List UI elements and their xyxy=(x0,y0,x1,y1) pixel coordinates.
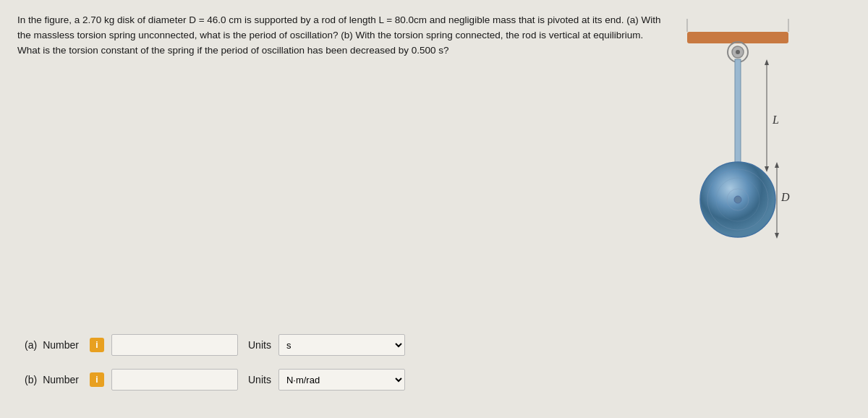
part-a-info-badge[interactable]: i xyxy=(90,338,104,352)
problem-text: In the figure, a 2.70 kg disk of diamete… xyxy=(17,13,668,59)
part-a-units-label: Units xyxy=(248,339,271,351)
svg-marker-19 xyxy=(775,233,779,239)
part-b-letter: (b) xyxy=(25,374,37,385)
svg-text:L: L xyxy=(772,114,779,126)
main-content: In the figure, a 2.70 kg disk of diamete… xyxy=(0,0,868,418)
svg-rect-6 xyxy=(735,59,741,175)
part-a-row: (a) Number i Units s Hz rad/s xyxy=(25,334,851,356)
part-b-row: (b) Number i Units N·m/rad N·m kg·m² xyxy=(25,369,851,391)
part-b-units-dropdown[interactable]: N·m/rad N·m kg·m² xyxy=(278,369,405,391)
part-a-label: (a) Number xyxy=(25,339,82,351)
part-a-number-input[interactable] xyxy=(111,334,238,356)
svg-point-11 xyxy=(734,196,741,203)
part-b-units-label: Units xyxy=(248,374,271,385)
svg-marker-14 xyxy=(765,59,769,65)
part-a-units-dropdown[interactable]: s Hz rad/s xyxy=(278,334,405,356)
part-b-info-badge[interactable]: i xyxy=(90,372,104,387)
part-b-number-input[interactable] xyxy=(111,369,238,391)
part-a-number-label: Number xyxy=(43,339,79,351)
part-b-number-label: Number xyxy=(43,374,79,385)
svg-marker-18 xyxy=(775,162,779,168)
svg-marker-15 xyxy=(765,166,769,172)
svg-text:D: D xyxy=(780,191,790,203)
part-b-label: (b) Number xyxy=(25,374,82,385)
inputs-area: (a) Number i Units s Hz rad/s (b) Number… xyxy=(25,327,851,405)
svg-point-5 xyxy=(736,50,740,54)
diagram-area: L D xyxy=(665,12,825,257)
part-a-letter: (a) xyxy=(25,339,37,351)
